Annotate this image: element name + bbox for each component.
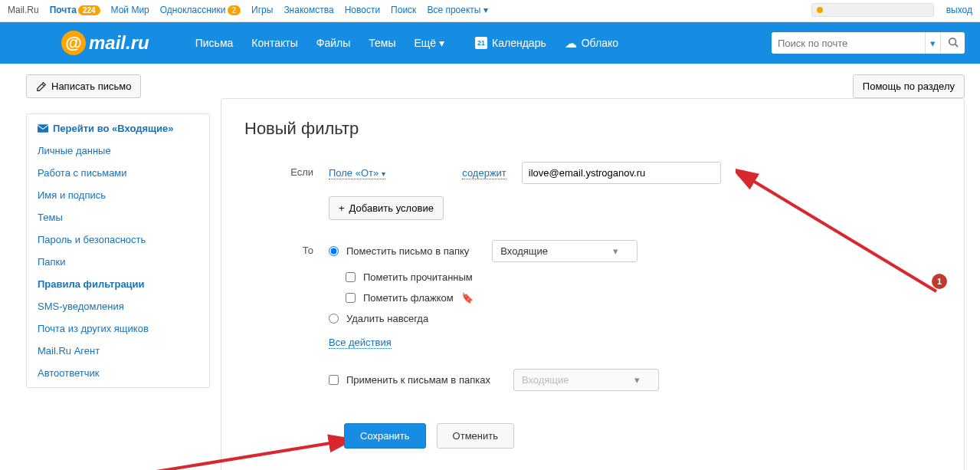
- condition-value-input[interactable]: [522, 162, 721, 184]
- caret-down-icon: ▾: [439, 37, 444, 49]
- nav-calendar[interactable]: 21 Календарь: [475, 37, 546, 49]
- sidebar-item-filters[interactable]: Правила фильтрации: [27, 273, 209, 295]
- topnav-search[interactable]: Поиск: [391, 5, 416, 15]
- mark-read-checkbox[interactable]: [346, 272, 356, 282]
- magnifier-icon: [948, 37, 959, 48]
- logo[interactable]: @ mail.ru: [61, 31, 149, 55]
- remove-condition-button[interactable]: ✕: [736, 167, 746, 179]
- nav-letters[interactable]: Письма: [195, 37, 234, 49]
- sidebar-item-themes[interactable]: Темы: [27, 206, 209, 228]
- sidebar-item-namesign[interactable]: Имя и подпись: [27, 184, 209, 206]
- user-menu[interactable]: [811, 3, 934, 17]
- apply-folder-select[interactable]: Входящие ▾: [513, 369, 659, 391]
- mark-read-label: Пометить прочитанным: [363, 271, 473, 283]
- ok-badge: 2: [228, 5, 241, 15]
- field-dropdown[interactable]: Поле «От»▾: [329, 167, 385, 179]
- action-row: То Поместить письмо в папку Входящие ▾ П…: [244, 240, 941, 400]
- svg-rect-2: [38, 124, 48, 133]
- logout-link[interactable]: выход: [946, 5, 972, 15]
- mainbar-mid: 21 Календарь ☁ Облако: [475, 36, 618, 51]
- sidebar-inbox-link[interactable]: Перейти во «Входящие»: [27, 117, 209, 140]
- sidebar-item-sms[interactable]: SMS-уведомления: [27, 295, 209, 317]
- topbar: Mail.Ru Почта224 Мой Мир Одноклассники2 …: [0, 0, 980, 22]
- caret-down-icon: ▾: [613, 245, 618, 257]
- delete-row: Удалить навсегда: [329, 313, 941, 324]
- search-button[interactable]: [940, 32, 965, 54]
- mark-flag-checkbox[interactable]: [346, 293, 356, 303]
- status-dot-icon: [817, 7, 823, 13]
- move-radio[interactable]: [329, 246, 339, 256]
- left-column: Написать письмо Перейти во «Входящие» Ли…: [26, 74, 210, 470]
- searchbox: ▾: [772, 32, 965, 54]
- nav-files[interactable]: Файлы: [316, 37, 350, 49]
- sidebar-item-personal[interactable]: Личные данные: [27, 140, 209, 162]
- caret-down-icon: ▾: [634, 374, 640, 386]
- actions-bar: Сохранить Отменить: [344, 423, 941, 449]
- apply-folders-label: Применить к письмам в папках: [346, 374, 490, 386]
- content: Написать письмо Перейти во «Входящие» Ли…: [0, 64, 980, 470]
- save-button[interactable]: Сохранить: [344, 423, 426, 449]
- svg-point-0: [949, 38, 955, 44]
- nav-cloud[interactable]: ☁ Облако: [565, 36, 618, 51]
- caret-down-icon: ▾: [483, 5, 488, 15]
- topnav-pochta[interactable]: Почта224: [50, 5, 100, 15]
- topnav-news[interactable]: Новости: [345, 5, 380, 15]
- condition-row: Если Поле «От»▾ содержит ✕ + Добавить ус…: [244, 162, 941, 220]
- topnav-mailru[interactable]: Mail.Ru: [8, 5, 39, 15]
- move-label: Поместить письмо в папку: [346, 245, 469, 257]
- sidebar-item-folders[interactable]: Папки: [27, 251, 209, 273]
- compose-button[interactable]: Написать письмо: [26, 74, 141, 98]
- apply-folders-row: Применить к письмам в папках Входящие ▾: [329, 369, 941, 391]
- if-label: Если: [244, 162, 329, 178]
- compose-icon: [36, 81, 47, 92]
- delete-radio[interactable]: [329, 314, 339, 324]
- sidebar-item-autoreply[interactable]: Автоответчик: [27, 362, 209, 384]
- sidebar-item-extmail[interactable]: Почта из других ящиков: [27, 317, 209, 340]
- mainbar: @ mail.ru Письма Контакты Файлы Темы Ещё…: [0, 22, 980, 64]
- add-condition-button[interactable]: + Добавить условие: [329, 196, 444, 220]
- filter-panel: Новый фильтр Если Поле «От»▾ содержит ✕: [221, 98, 965, 470]
- help-button[interactable]: Помощь по разделу: [853, 74, 965, 98]
- mark-flag-row: Пометить флажком 🔖: [346, 292, 941, 304]
- calendar-icon: 21: [475, 37, 487, 49]
- sidebar-item-security[interactable]: Пароль и безопасность: [27, 228, 209, 251]
- topnav-dating[interactable]: Знакомства: [284, 5, 333, 15]
- mark-flag-label: Пометить флажком: [363, 292, 454, 304]
- envelope-icon: [38, 124, 48, 133]
- sidebar: Перейти во «Входящие» Личные данные Рабо…: [26, 113, 210, 388]
- topnav-moimir[interactable]: Мой Мир: [111, 5, 149, 15]
- sidebar-item-agent[interactable]: Mail.Ru Агент: [27, 340, 209, 362]
- folder-select[interactable]: Входящие ▾: [492, 240, 637, 262]
- svg-line-1: [955, 44, 958, 47]
- page-title: Новый фильтр: [244, 119, 941, 139]
- nav-more[interactable]: Ещё ▾: [415, 37, 445, 49]
- search-dropdown[interactable]: ▾: [925, 32, 940, 54]
- cancel-button[interactable]: Отменить: [437, 423, 514, 449]
- mainbar-nav: Письма Контакты Файлы Темы Ещё ▾: [195, 37, 444, 49]
- nav-themes[interactable]: Темы: [369, 37, 395, 49]
- all-actions-link[interactable]: Все действия: [329, 337, 392, 349]
- topbar-left: Mail.Ru Почта224 Мой Мир Одноклассники2 …: [8, 5, 488, 15]
- topnav-allprojects[interactable]: Все проекты ▾: [427, 5, 487, 15]
- mark-read-row: Пометить прочитанным: [346, 271, 941, 283]
- pochta-badge: 224: [78, 5, 100, 15]
- condition-line: Поле «От»▾ содержит ✕: [329, 162, 941, 184]
- contains-dropdown[interactable]: содержит: [462, 167, 506, 179]
- topnav-games[interactable]: Игры: [251, 5, 273, 15]
- topbar-right: выход: [811, 3, 972, 17]
- plus-icon: +: [339, 202, 345, 214]
- annotation-1: 1: [932, 274, 947, 289]
- search-input[interactable]: [772, 32, 925, 54]
- cloud-icon: ☁: [565, 36, 577, 51]
- caret-down-icon: ▾: [382, 169, 385, 178]
- logo-text: mail.ru: [89, 32, 149, 54]
- then-label: То: [244, 240, 329, 256]
- logo-at-icon: @: [61, 31, 86, 55]
- nav-contacts[interactable]: Контакты: [251, 37, 297, 49]
- main-column: Помощь по разделу Новый фильтр Если Поле…: [221, 74, 965, 470]
- apply-folders-checkbox[interactable]: [329, 375, 339, 385]
- delete-label: Удалить навсегда: [346, 313, 428, 324]
- sidebar-item-workletters[interactable]: Работа с письмами: [27, 162, 209, 184]
- topnav-ok[interactable]: Одноклассники2: [160, 5, 241, 15]
- flag-icon: 🔖: [461, 292, 474, 304]
